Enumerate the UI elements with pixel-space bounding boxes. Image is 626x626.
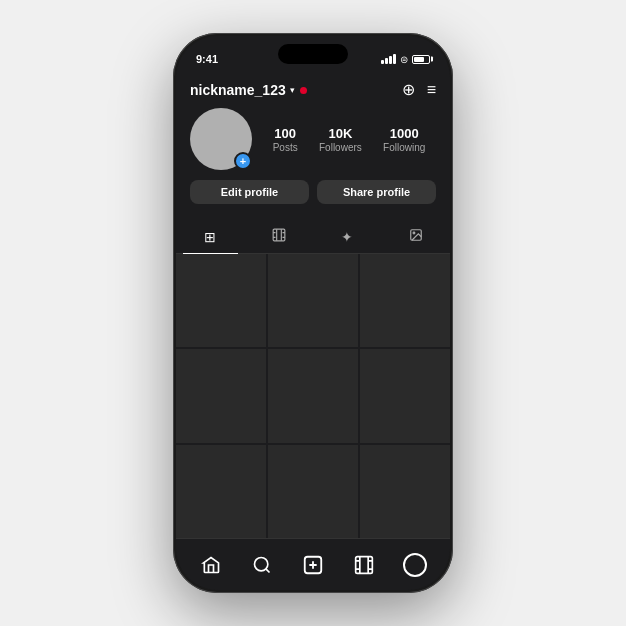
profile-info-row: + 100 Posts 10K Followers 1000: [190, 108, 436, 170]
avatar-container: +: [190, 108, 252, 170]
followers-count: 10K: [328, 126, 352, 141]
edit-profile-button[interactable]: Edit profile: [190, 180, 309, 204]
status-bar: 9:41 ⊜: [176, 36, 450, 74]
svg-point-2: [413, 232, 415, 234]
nav-home-button[interactable]: [193, 547, 229, 583]
grid-cell[interactable]: [176, 349, 266, 442]
dynamic-island: [278, 44, 348, 64]
nav-profile-button[interactable]: [397, 547, 433, 583]
avatar-add-button[interactable]: +: [234, 152, 252, 170]
signal-icon: [381, 54, 396, 64]
bottom-nav: [176, 538, 450, 590]
photo-grid: [176, 254, 450, 538]
posts-label: Posts: [273, 142, 298, 153]
app-content: nickname_123 ▾ ⊕ ≡ +: [176, 74, 450, 538]
followers-stat[interactable]: 10K Followers: [319, 126, 362, 153]
profile-header: nickname_123 ▾ ⊕ ≡ +: [176, 74, 450, 220]
grid-cell[interactable]: [268, 349, 358, 442]
tabs-bar: ⊞ ✦: [176, 220, 450, 254]
header-row: nickname_123 ▾ ⊕ ≡: [190, 82, 436, 98]
search-icon: [252, 555, 272, 575]
status-icons: ⊜: [381, 54, 430, 65]
grid-cell[interactable]: [360, 254, 450, 347]
username-row: nickname_123 ▾: [190, 82, 307, 98]
grid-cell[interactable]: [268, 445, 358, 538]
phone-screen: 9:41 ⊜: [176, 36, 450, 590]
followers-label: Followers: [319, 142, 362, 153]
status-time: 9:41: [196, 53, 218, 65]
header-actions: ⊕ ≡: [402, 82, 436, 98]
grid-cell[interactable]: [360, 445, 450, 538]
collab-icon: ✦: [341, 229, 353, 245]
stats-row: 100 Posts 10K Followers 1000 Following: [262, 126, 436, 153]
wifi-icon: ⊜: [400, 54, 408, 65]
nav-search-button[interactable]: [244, 547, 280, 583]
svg-rect-0: [273, 229, 285, 241]
nav-add-button[interactable]: [295, 547, 331, 583]
tab-reels[interactable]: [245, 220, 314, 253]
chevron-down-icon[interactable]: ▾: [290, 85, 295, 95]
phone-frame: 9:41 ⊜: [173, 33, 453, 593]
share-profile-button[interactable]: Share profile: [317, 180, 436, 204]
following-stat[interactable]: 1000 Following: [383, 126, 425, 153]
reels-icon: [354, 555, 374, 575]
grid-cell[interactable]: [176, 445, 266, 538]
tab-tagged[interactable]: [382, 220, 451, 253]
profile-circle-icon: [403, 553, 427, 577]
following-label: Following: [383, 142, 425, 153]
action-buttons: Edit profile Share profile: [190, 180, 436, 204]
grid-icon: ⊞: [204, 229, 216, 245]
battery-icon: [412, 55, 430, 64]
notification-dot: [300, 87, 307, 94]
tab-grid[interactable]: ⊞: [176, 220, 245, 253]
svg-point-3: [255, 557, 268, 570]
posts-stat[interactable]: 100 Posts: [273, 126, 298, 153]
username-label: nickname_123: [190, 82, 286, 98]
following-count: 1000: [390, 126, 419, 141]
tagged-icon: [409, 228, 423, 245]
add-icon: [302, 554, 324, 576]
svg-line-4: [266, 568, 270, 572]
grid-cell[interactable]: [176, 254, 266, 347]
menu-button[interactable]: ≡: [427, 82, 436, 98]
nav-reels-button[interactable]: [346, 547, 382, 583]
add-post-button[interactable]: ⊕: [402, 82, 415, 98]
grid-cell[interactable]: [360, 349, 450, 442]
svg-rect-8: [355, 556, 372, 573]
reels-tab-icon: [272, 228, 286, 245]
grid-cell[interactable]: [268, 254, 358, 347]
posts-count: 100: [274, 126, 296, 141]
home-icon: [201, 555, 221, 575]
tab-collab[interactable]: ✦: [313, 220, 382, 253]
